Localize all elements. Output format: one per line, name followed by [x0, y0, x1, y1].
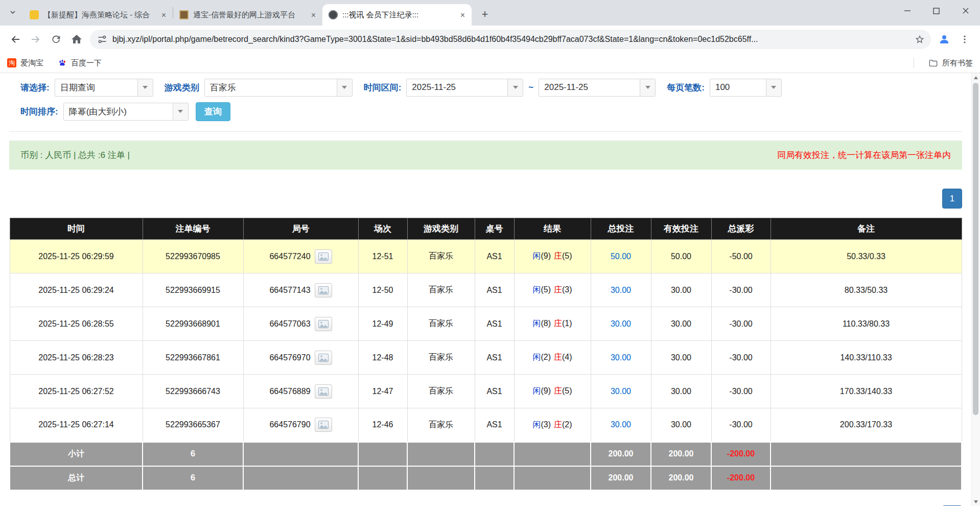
- chevron-down-icon: [342, 86, 347, 89]
- bookmark-taobao[interactable]: 淘 爱淘宝: [7, 58, 43, 68]
- cell-payout: -30.00: [711, 408, 771, 442]
- result-player: 闲: [532, 251, 541, 260]
- game-type-select[interactable]: 百家乐: [204, 79, 353, 97]
- total-bet-link[interactable]: 30.00: [611, 286, 631, 294]
- combo-arrow-button[interactable]: [173, 103, 188, 120]
- total-bet-link[interactable]: 30.00: [611, 387, 631, 396]
- combo-arrow-button[interactable]: [507, 79, 523, 96]
- table-footer: 小计 6 200.00 200.00 -200.00 总计 6 200.00 2…: [10, 442, 962, 490]
- tab-close-button[interactable]: ×: [458, 10, 468, 20]
- filter-panel: 请选择: 日期查询 游戏类别 百家乐 时间区间: 2025-11-25 ~: [9, 73, 962, 132]
- all-bookmarks-button[interactable]: 所有书签: [928, 58, 973, 68]
- cell-time: 2025-11-25 06:29:59: [10, 240, 143, 273]
- cell-table-no: AS1: [475, 307, 514, 341]
- total-bet-link[interactable]: 30.00: [611, 420, 631, 429]
- cell-session: 12-51: [358, 240, 407, 273]
- cell-game-type: 百家乐: [407, 307, 475, 341]
- round-number: 664576790: [269, 420, 310, 429]
- result-image-button[interactable]: [315, 418, 332, 432]
- combo-arrow-button[interactable]: [640, 79, 655, 96]
- total-bet-link[interactable]: 30.00: [611, 319, 631, 328]
- triangle-up-icon: [974, 76, 978, 79]
- scrollbar-thumb[interactable]: [973, 83, 978, 415]
- forward-button[interactable]: [26, 29, 46, 50]
- query-mode-select[interactable]: 日期查询: [55, 79, 153, 97]
- cell-total-bet: 30.00: [591, 375, 651, 408]
- refresh-button[interactable]: [46, 29, 66, 50]
- total-bet-link[interactable]: 50.00: [611, 252, 631, 261]
- page-size-select[interactable]: 100: [710, 79, 782, 97]
- maximize-icon: [933, 8, 940, 14]
- col-header-note: 备注: [771, 218, 962, 240]
- browser-tab-forum[interactable]: 【新提醒】海燕策略论坛 - 综合 ×: [24, 4, 173, 26]
- combo-arrow-button[interactable]: [137, 79, 153, 96]
- col-header-valid-bet: 有效投注: [651, 218, 711, 240]
- cell-time: 2025-11-25 06:29:24: [10, 273, 143, 307]
- cell-time: 2025-11-25 06:28:23: [10, 341, 143, 375]
- sort-order-select[interactable]: 降幂(由大到小): [63, 103, 189, 121]
- menu-button[interactable]: [954, 29, 975, 50]
- total-bet-link[interactable]: 30.00: [611, 353, 631, 362]
- result-banker: 庄: [554, 285, 562, 294]
- result-image-button[interactable]: [315, 384, 332, 399]
- scroll-up-arrow[interactable]: [972, 73, 980, 82]
- table-row: 2025-11-25 06:29:24 522993669915 6645771…: [10, 273, 962, 307]
- star-icon: [915, 34, 925, 44]
- date-from-input[interactable]: 2025-11-25: [406, 79, 523, 97]
- tab-search-button[interactable]: [4, 4, 21, 21]
- bookmark-baidu[interactable]: 百度一下: [58, 58, 102, 68]
- cell-game-type: 百家乐: [407, 240, 475, 273]
- game-type-label: 游戏类别: [165, 82, 199, 94]
- kebab-menu-icon: [960, 34, 970, 44]
- search-button[interactable]: 查询: [196, 102, 230, 121]
- date-to-input[interactable]: 2025-11-25: [539, 79, 656, 97]
- window-minimize-button[interactable]: [893, 0, 922, 21]
- browser-tab-tongbao[interactable]: 通宝-信誉最好的网上游戏平台 ×: [173, 4, 322, 26]
- browser-tab-betrecord[interactable]: :::视讯 会员下注纪录::: ×: [322, 4, 472, 26]
- triangle-down-icon: [974, 500, 978, 503]
- cell-payout: -30.00: [711, 307, 771, 341]
- table-row: 2025-11-25 06:28:55 522993668901 6645770…: [10, 307, 962, 341]
- combo-arrow-button[interactable]: [766, 79, 781, 96]
- col-header-total-bet: 总投注: [591, 218, 651, 240]
- new-tab-button[interactable]: +: [477, 6, 493, 22]
- chevron-down-icon: [645, 86, 650, 89]
- window-controls: [893, 0, 980, 21]
- result-image-button[interactable]: [315, 283, 332, 297]
- result-banker: 庄: [554, 251, 562, 260]
- tab-close-button[interactable]: ×: [309, 10, 318, 20]
- address-bar[interactable]: bjbj.xyz/ipl/portal.php/game/betrecord_s…: [90, 30, 931, 49]
- result-image-button[interactable]: [315, 249, 332, 264]
- bookmark-label: 爱淘宝: [20, 58, 43, 68]
- subtotal-count: 6: [143, 442, 243, 466]
- subtotal-valid-bet: 200.00: [651, 442, 711, 466]
- home-button[interactable]: [66, 29, 87, 50]
- window-maximize-button[interactable]: [922, 0, 951, 21]
- result-player-score: (2): [541, 353, 551, 361]
- page-button-1[interactable]: 1: [942, 189, 962, 209]
- cell-bet-id: 522993669915: [143, 273, 243, 307]
- tab-close-button[interactable]: ×: [159, 10, 169, 20]
- window-close-button[interactable]: [951, 0, 980, 21]
- bookmark-star-button[interactable]: [912, 31, 928, 48]
- round-number: 664577240: [269, 252, 310, 261]
- scroll-down-arrow[interactable]: [972, 497, 980, 506]
- page-scrollbar[interactable]: [971, 73, 980, 506]
- sort-label: 时间排序:: [20, 106, 58, 118]
- profile-icon: [938, 33, 950, 45]
- result-player: 闲: [532, 420, 541, 429]
- site-settings-icon[interactable]: [97, 34, 107, 44]
- bookmark-label: 所有书签: [942, 58, 973, 68]
- result-image-button[interactable]: [315, 317, 332, 331]
- refresh-icon: [51, 34, 62, 45]
- total-valid-bet: 200.00: [651, 466, 711, 490]
- cell-round: 664576790: [243, 408, 358, 442]
- combo-arrow-button[interactable]: [337, 79, 352, 96]
- result-image-button[interactable]: [315, 351, 332, 365]
- back-button[interactable]: [5, 29, 26, 50]
- tab-title: 【新提醒】海燕策略论坛 - 综合: [43, 10, 154, 20]
- profile-button[interactable]: [934, 29, 954, 50]
- bookmark-label: 百度一下: [71, 58, 102, 68]
- picture-icon: [318, 286, 329, 294]
- chevron-down-icon: [143, 86, 148, 89]
